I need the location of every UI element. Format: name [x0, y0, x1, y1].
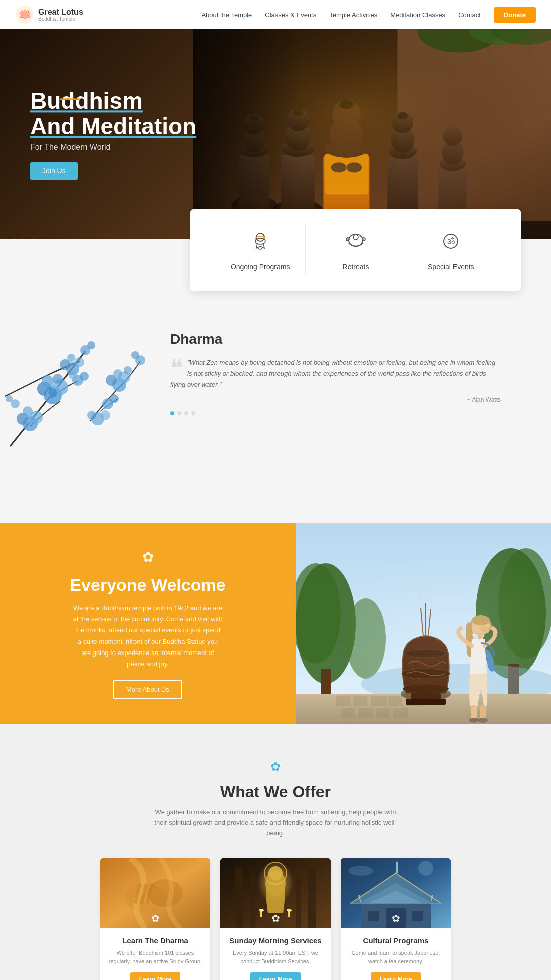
card1-lotus-icon: ✿	[151, 912, 160, 924]
ongoing-label: Ongoing Programs	[231, 263, 290, 271]
welcome-image	[296, 523, 551, 724]
card-dharma-desc: We offer Buddhism 101 classes regularly,…	[108, 949, 202, 965]
nav-links: About the Temple Classes & Events Temple…	[201, 7, 536, 23]
svg-point-86	[87, 341, 95, 349]
svg-text:🪷: 🪷	[18, 8, 32, 21]
card-cultural-cta[interactable]: Learn More	[371, 972, 421, 980]
card-dharma-title: Learn The Dharma	[108, 936, 202, 945]
card-cultural-desc: Come and learn to speak Japanese, watch …	[349, 949, 443, 965]
nav-classes[interactable]: Classes & Events	[265, 11, 316, 19]
events-label: Special Events	[428, 263, 474, 271]
welcome-description: We are a Buddhism temple built in 1982 a…	[73, 603, 223, 670]
dharma-quote-block: ❝ "What Zen means by being detached is n…	[170, 357, 501, 390]
feature-retreats[interactable]: Retreats	[311, 224, 401, 276]
svg-point-88	[6, 395, 13, 402]
retreats-label: Retreats	[343, 263, 369, 271]
offer-card-cultural: ✿ Cultural Programs Come and learn to sp…	[341, 858, 451, 980]
hero-image	[193, 29, 551, 239]
card-dharma-cta[interactable]: Learn More	[130, 972, 181, 980]
card-dharma-body: Learn The Dharma We offer Buddhism 101 c…	[100, 928, 210, 980]
svg-point-102	[110, 394, 119, 403]
card-services-title: Sunday Morning Services	[228, 936, 323, 945]
card3-lotus-icon: ✿	[392, 912, 400, 924]
blossom-svg	[0, 321, 145, 461]
hero-title: Buddhism And Meditation	[30, 88, 196, 139]
svg-text:✿: ✿	[270, 760, 281, 773]
feature-events[interactable]: ॐ Special Events	[406, 224, 496, 276]
welcome-title: Everyone Welcome	[70, 575, 225, 595]
svg-rect-171	[368, 911, 379, 921]
svg-point-104	[100, 410, 110, 420]
card-services-cta[interactable]: Learn More	[250, 972, 301, 980]
offer-subtitle: We gather to make our commitment to beco…	[150, 807, 401, 838]
donate-button[interactable]: Donate	[494, 7, 536, 23]
svg-text:✿: ✿	[142, 549, 154, 565]
offer-lotus-icon: ✿	[30, 759, 521, 778]
buddha-statues-svg	[193, 29, 551, 239]
dot-2[interactable]	[177, 411, 181, 415]
dot-1[interactable]	[170, 411, 174, 415]
nav-activities[interactable]: Temple Activities	[329, 11, 377, 19]
svg-point-98	[124, 366, 132, 374]
logo-text: Great Lotus Buddhist Temple	[38, 8, 83, 22]
card-services-body: Sunday Morning Services Every Sunday at …	[220, 928, 331, 980]
logo-icon: 🪷	[15, 5, 34, 24]
nav-contact[interactable]: Contact	[458, 11, 481, 19]
dot-4[interactable]	[191, 411, 195, 415]
nav-meditation[interactable]: Meditation Classes	[390, 11, 445, 19]
feature-ongoing[interactable]: Ongoing Programs	[215, 224, 306, 276]
hero-visual	[193, 29, 551, 239]
join-button[interactable]: Join Us	[30, 162, 78, 180]
svg-point-81	[67, 354, 75, 362]
hero-content: Buddhism And Meditation For The Modern W…	[30, 88, 196, 180]
svg-point-76	[23, 406, 33, 416]
svg-point-105	[87, 411, 96, 420]
dot-3[interactable]	[184, 411, 188, 415]
welcome-left: ✿ Everyone Welcome We are a Buddhism tem…	[0, 523, 296, 724]
svg-point-69	[42, 375, 54, 387]
dharma-content: Dharma ❝ "What Zen means by being detach…	[150, 321, 521, 463]
svg-point-100	[131, 351, 139, 359]
card-cultural-body: Cultural Programs Come and learn to spea…	[341, 928, 451, 980]
dharma-quote: "What Zen means by being detached is not…	[170, 357, 501, 390]
offer-card-services: ✿ Sunday Morning Services Every Sunday a…	[220, 858, 331, 980]
nav-about[interactable]: About the Temple	[201, 11, 252, 19]
card-cultural-image: ✿	[341, 858, 451, 928]
more-about-button[interactable]: More About Us	[113, 680, 182, 699]
dharma-title: Dharma	[170, 331, 501, 347]
card-cultural-title: Cultural Programs	[349, 936, 443, 945]
card2-lotus-icon: ✿	[271, 912, 280, 924]
svg-rect-172	[412, 911, 423, 921]
welcome-lotus-icon: ✿	[139, 548, 157, 569]
dharma-section: Dharma ❝ "What Zen means by being detach…	[0, 291, 551, 493]
svg-point-83	[80, 372, 89, 381]
logo[interactable]: 🪷 Great Lotus Buddhist Temple	[15, 5, 83, 24]
svg-text:ॐ: ॐ	[447, 236, 455, 246]
ongoing-icon	[248, 229, 272, 258]
hero-title-line2: And Meditation	[30, 113, 196, 139]
svg-point-61	[353, 235, 358, 240]
retreats-icon	[344, 229, 368, 258]
svg-point-173	[418, 861, 433, 876]
card-dharma-image: ✿	[100, 858, 210, 928]
site-name: Great Lotus	[38, 8, 83, 17]
navbar: 🪷 Great Lotus Buddhist Temple About the …	[0, 0, 551, 29]
events-icon: ॐ	[439, 229, 463, 258]
offer-card-dharma: ✿ Learn The Dharma We offer Buddhism 101…	[100, 858, 210, 980]
card-services-desc: Every Sunday at 11:00am EST, we conduct …	[228, 949, 323, 965]
hero-accent-bar	[60, 98, 80, 100]
offer-title: What We Offer	[30, 783, 521, 801]
card-services-image: ✿	[220, 858, 331, 928]
svg-point-80	[74, 357, 84, 367]
welcome-section: ✿ Everyone Welcome We are a Buddhism tem…	[0, 523, 551, 724]
welcome-scene-svg	[296, 523, 551, 724]
offer-cards: ✿ Learn The Dharma We offer Buddhism 101…	[30, 858, 521, 980]
svg-point-97	[113, 369, 122, 378]
dharma-dots	[170, 411, 501, 415]
dharma-flowers	[0, 321, 150, 463]
site-tagline: Buddhist Temple	[38, 16, 83, 22]
svg-point-174	[348, 866, 373, 876]
features-card: Ongoing Programs Retreats ॐ	[190, 209, 521, 291]
features-wrapper: Ongoing Programs Retreats ॐ	[0, 209, 551, 291]
svg-point-84	[69, 371, 77, 379]
